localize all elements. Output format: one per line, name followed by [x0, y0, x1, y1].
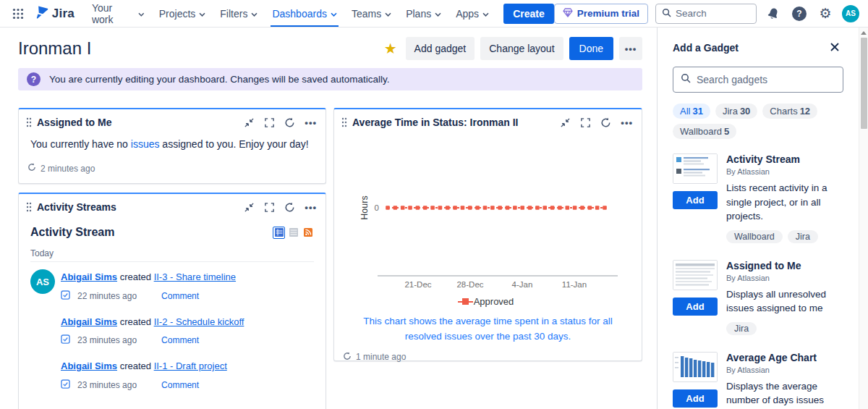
- done-button[interactable]: Done: [569, 37, 613, 60]
- filter-chip-jira[interactable]: Jira30: [715, 104, 757, 119]
- refresh-small-icon[interactable]: [343, 352, 352, 363]
- refresh-icon[interactable]: [284, 202, 295, 213]
- activity-date-header: Today: [30, 245, 314, 262]
- refresh-icon[interactable]: [284, 117, 295, 128]
- jira-logo[interactable]: Jira: [32, 5, 82, 22]
- maximize-icon[interactable]: [580, 117, 591, 128]
- activity-issue-link[interactable]: II-2 - Schedule kickoff: [154, 316, 244, 327]
- gadget-item-author: By Atlassian: [726, 366, 843, 374]
- gadget-more-icon[interactable]: •••: [305, 203, 317, 212]
- gadget-list-item: AddActivity StreamBy AtlassianLists rece…: [673, 153, 843, 243]
- gadget-thumbnail: [673, 260, 718, 290]
- gadget-title: Assigned to Me: [37, 117, 244, 128]
- page-title: Ironman I: [18, 38, 91, 59]
- gadget-item-title: Average Age Chart: [726, 352, 843, 363]
- last-updated: 1 minute ago: [356, 352, 406, 362]
- more-actions-button[interactable]: •••: [619, 37, 642, 60]
- search-input[interactable]: [676, 8, 750, 19]
- close-icon[interactable]: [826, 39, 843, 56]
- activity-user-link[interactable]: Abigail Sims: [61, 271, 117, 282]
- gadget-thumbnail: [673, 352, 718, 382]
- comment-link[interactable]: Comment: [161, 380, 199, 390]
- activity-user-link[interactable]: Abigail Sims: [61, 316, 117, 327]
- gadget-tag: Jira: [788, 230, 818, 243]
- activity-time: 23 minutes ago: [77, 335, 137, 345]
- gadget-list-item: AddAssigned to MeBy AtlassianDisplays al…: [673, 260, 843, 335]
- minimize-icon[interactable]: [244, 117, 255, 128]
- banner-message: You are currently editing your dashboard…: [49, 74, 390, 85]
- drag-handle-icon[interactable]: [26, 117, 32, 127]
- gadget-assigned-to-me: Assigned to Me ••• You currently have no…: [18, 108, 326, 184]
- filter-chip-all[interactable]: All31: [673, 104, 710, 119]
- activity-issue-link[interactable]: II-3 - Share timeline: [154, 271, 236, 282]
- gadget-more-icon[interactable]: •••: [305, 118, 317, 127]
- drag-handle-icon[interactable]: [341, 117, 347, 127]
- scrollbar-up-icon[interactable]: [861, 31, 867, 35]
- add-gadget-panel: Add a Gadget All31Jira30Charts12Wallboar…: [657, 28, 868, 409]
- refresh-small-icon[interactable]: [27, 163, 36, 174]
- activity-user-link[interactable]: Abigail Sims: [61, 360, 117, 371]
- chart-legend: Approved: [334, 296, 642, 307]
- filter-chip-wallboard[interactable]: Wallboard5: [673, 124, 736, 139]
- jira-logo-icon: [33, 5, 48, 22]
- question-icon: ?: [27, 72, 41, 86]
- filter-chip-charts[interactable]: Charts12: [762, 104, 817, 119]
- help-icon[interactable]: ?: [790, 4, 809, 23]
- maximize-icon[interactable]: [264, 202, 275, 213]
- drag-handle-icon[interactable]: [26, 202, 32, 212]
- notifications-bell-icon[interactable]: [764, 4, 783, 23]
- maximize-icon[interactable]: [264, 117, 275, 128]
- create-button[interactable]: Create: [503, 4, 554, 24]
- chart-description: This chart shows the average time spent …: [334, 307, 642, 347]
- nav-item-filters[interactable]: Filters: [213, 0, 265, 27]
- gadget-list-item: AddAverage Age ChartBy AtlassianDisplays…: [673, 352, 843, 409]
- global-search[interactable]: [655, 4, 757, 24]
- comment-link[interactable]: Comment: [161, 335, 199, 345]
- add-button[interactable]: Add: [673, 298, 718, 316]
- gadget-item-description: Displays all unresolved issues assigned …: [726, 287, 843, 316]
- gadget-average-time-in-status: Average Time in Status: Ironman II ••• H…: [333, 108, 642, 361]
- gadget-tag: Wallboard: [726, 230, 783, 243]
- svg-text:4-Jan: 4-Jan: [512, 280, 533, 289]
- gadget-more-icon[interactable]: •••: [621, 118, 633, 127]
- chart-svg: Hours021-Dec28-Dec4-Jan11-Jan: [334, 134, 642, 295]
- nav-item-plans[interactable]: Plans: [399, 0, 448, 27]
- favorite-star-icon[interactable]: ★: [384, 40, 397, 57]
- comment-link[interactable]: Comment: [161, 291, 199, 301]
- add-button[interactable]: Add: [673, 389, 718, 408]
- assigned-message: You currently have no issues assigned to…: [19, 134, 326, 159]
- panel-scrollbar[interactable]: [859, 28, 868, 409]
- gadget-search[interactable]: [673, 67, 843, 93]
- gadget-search-input[interactable]: [697, 74, 835, 85]
- user-avatar[interactable]: AS: [842, 5, 859, 22]
- settings-gear-icon[interactable]: ⚙: [816, 4, 835, 23]
- minimize-icon[interactable]: [244, 202, 255, 213]
- app-switcher-icon[interactable]: [7, 3, 29, 25]
- activity-issue-link[interactable]: II-1 - Draft project: [154, 360, 227, 371]
- view-cards-icon[interactable]: [273, 227, 285, 239]
- nav-item-teams[interactable]: Teams: [344, 0, 399, 27]
- nav-item-apps[interactable]: Apps: [448, 0, 496, 27]
- view-list-icon[interactable]: [287, 227, 299, 239]
- premium-trial-button[interactable]: Premium trial: [554, 4, 648, 24]
- gadget-item-title: Activity Stream: [726, 153, 843, 165]
- add-gadget-button[interactable]: Add gadget: [406, 37, 475, 60]
- rss-icon[interactable]: [302, 227, 314, 239]
- svg-text:0: 0: [375, 203, 379, 212]
- issues-link[interactable]: issues: [131, 138, 160, 150]
- gadget-title: Average Time in Status: Ironman II: [352, 117, 560, 128]
- gadget-activity-streams: Activity Streams ••• Activity Stream: [18, 193, 326, 409]
- avatar[interactable]: AS: [30, 269, 55, 294]
- task-checkbox-icon: [61, 334, 70, 347]
- activity-time: 22 minutes ago: [77, 291, 137, 301]
- minimize-icon[interactable]: [560, 117, 571, 128]
- nav-item-dashboards[interactable]: Dashboards: [265, 0, 344, 27]
- activity-item: Abigail Sims created II-2 - Schedule kic…: [30, 307, 314, 352]
- nav-item-your-work[interactable]: Your work: [85, 0, 152, 27]
- nav-item-projects[interactable]: Projects: [152, 0, 213, 27]
- add-button[interactable]: Add: [673, 191, 718, 209]
- refresh-icon[interactable]: [600, 117, 611, 128]
- change-layout-button[interactable]: Change layout: [480, 37, 563, 60]
- gadget-thumbnail: [673, 153, 718, 184]
- scrollbar-thumb[interactable]: [861, 38, 867, 129]
